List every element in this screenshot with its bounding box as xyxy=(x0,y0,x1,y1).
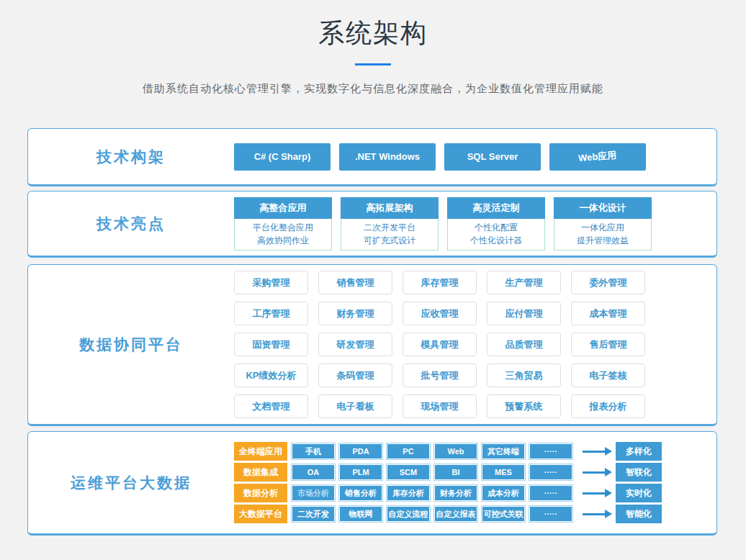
module-chip: 报表分析 xyxy=(571,394,645,418)
bigdata-cell: OA xyxy=(292,464,335,480)
bigdata-cell-ellipsis: ····· xyxy=(529,443,572,459)
module-chip: 应收管理 xyxy=(403,302,477,325)
highlight-card-line: 个性化设计器 xyxy=(448,234,544,247)
module-chip: 生产管理 xyxy=(487,271,561,294)
module-chip: 预警系统 xyxy=(487,394,561,418)
module-chip: 委外管理 xyxy=(571,271,645,294)
highlight-card-line: 高效协同作业 xyxy=(235,234,331,247)
module-chip: 条码管理 xyxy=(318,363,392,387)
bigdata-cell: 可控式关联 xyxy=(482,506,525,522)
bigdata-cell: 二次开发 xyxy=(292,506,335,522)
bigdata-rows: 全终端应用 手机 PDA PC Web 其它终端 ····· 多样化 数据集成 … xyxy=(234,432,716,533)
highlight-card-line: 平台化整合应用 xyxy=(235,221,331,234)
highlight-card-integration: 高整合应用 平台化整合应用 高效协同作业 xyxy=(234,197,332,250)
highlight-card-flexibility: 高灵活定制 个性化配置 个性化设计器 xyxy=(447,197,545,250)
bigdata-row-integration: 数据集成 OA PLM SCM BI MES ····· 智联化 xyxy=(234,463,662,482)
highlight-card-line: 一体化应用 xyxy=(554,221,651,234)
section-bigdata: 运维平台大数据 全终端应用 手机 PDA PC Web 其它终端 ····· 多… xyxy=(27,431,717,536)
highlight-cards: 高整合应用 平台化整合应用 高效协同作业 高拓展架构 二次开发平台 可扩充式设计… xyxy=(234,191,716,256)
highlight-card-line: 二次开发平台 xyxy=(341,221,438,234)
arrow-right-icon xyxy=(583,471,606,474)
page: 系统架构 借助系统自动化核心管理引擎，实现数字化与信息化深度融合，为企业数值化管… xyxy=(0,0,746,560)
page-title: 系统架构 xyxy=(0,0,746,51)
module-chip: 成本管理 xyxy=(571,302,645,325)
highlight-card-extensibility: 高拓展架构 二次开发平台 可扩充式设计 xyxy=(341,197,439,250)
bigdata-result: 实时化 xyxy=(616,484,662,502)
highlight-card-line: 个性化配置 xyxy=(448,221,544,234)
bigdata-cell: Web xyxy=(434,443,477,459)
arrow-right-icon xyxy=(583,451,606,453)
bigdata-cell: PDA xyxy=(339,443,382,459)
highlight-card-line: 提升管理效益 xyxy=(554,234,651,247)
bigdata-row-tag: 数据分析 xyxy=(234,484,287,502)
highlight-card-title: 高整合应用 xyxy=(234,197,332,219)
highlight-card-allinone: 一体化设计 一体化应用 提升管理效益 xyxy=(554,197,652,250)
module-chip: 应付管理 xyxy=(487,302,561,325)
bigdata-cell: PC xyxy=(387,443,430,459)
module-chip: 固资管理 xyxy=(234,333,308,356)
module-chip: KP绩效分析 xyxy=(234,363,308,387)
tech-button-web-label: Web应用 xyxy=(578,148,618,165)
module-chip: 文档管理 xyxy=(234,394,308,418)
bigdata-row-tag: 大数据平台 xyxy=(234,505,287,523)
tech-button-web: Web应用 xyxy=(549,143,646,171)
bigdata-row-tag: 全终端应用 xyxy=(234,442,287,461)
section-tech-stack: 技术构架 C# (C Sharp) .NET Windows SQL Serve… xyxy=(27,128,717,186)
bigdata-result: 智能化 xyxy=(616,505,662,523)
highlight-card-line: 可扩充式设计 xyxy=(341,234,438,247)
bigdata-cell: 库存分析 xyxy=(387,485,430,501)
bigdata-cell: PLM xyxy=(339,464,382,480)
module-chip: 三角贸易 xyxy=(487,363,561,387)
bigdata-cell: 物联网 xyxy=(339,506,382,522)
arrow-right-icon xyxy=(583,513,606,515)
tech-stack-buttons: C# (C Sharp) .NET Windows SQL Server Web… xyxy=(234,129,716,184)
bigdata-result: 多样化 xyxy=(616,442,662,461)
highlight-card-title: 高灵活定制 xyxy=(447,197,545,219)
bigdata-cell-ellipsis: ····· xyxy=(529,464,572,480)
tech-button-csharp: C# (C Sharp) xyxy=(234,143,331,171)
module-chip: 品质管理 xyxy=(487,333,561,356)
section-tech-stack-label: 技术构架 xyxy=(28,129,234,184)
bigdata-cell: BI xyxy=(434,464,477,480)
module-chip: 财务管理 xyxy=(318,302,392,325)
module-chip: 工序管理 xyxy=(234,302,308,325)
bigdata-cell: 其它终端 xyxy=(482,443,525,459)
bigdata-result: 智联化 xyxy=(616,463,662,482)
page-subtitle: 借助系统自动化核心管理引擎，实现数字化与信息化深度融合，为企业数值化管理应用赋能 xyxy=(0,82,746,96)
module-chip: 现场管理 xyxy=(403,394,477,418)
bigdata-cell: 财务分析 xyxy=(434,485,477,501)
bigdata-row-tag: 数据集成 xyxy=(234,463,287,482)
section-highlights-label: 技术亮点 xyxy=(28,191,234,256)
section-platform: 数据协同平台 采购管理 销售管理 库存管理 生产管理 委外管理 工序管理 财务管… xyxy=(27,264,717,426)
highlight-card-body: 平台化整合应用 高效协同作业 xyxy=(234,219,332,250)
section-platform-label: 数据协同平台 xyxy=(28,265,234,424)
module-chip: 研发管理 xyxy=(318,333,392,356)
bigdata-cell: SCM xyxy=(387,464,430,480)
bigdata-cell: 销售分析 xyxy=(339,485,382,501)
bigdata-cell-ellipsis: ····· xyxy=(529,485,572,501)
module-chip: 售后管理 xyxy=(571,333,645,356)
highlight-card-body: 一体化应用 提升管理效益 xyxy=(554,219,652,250)
bigdata-cell-ellipsis: ····· xyxy=(529,506,572,522)
bigdata-cell: 市场分析 xyxy=(292,485,335,501)
tech-button-dotnet: .NET Windows xyxy=(339,143,436,171)
module-chip: 批号管理 xyxy=(403,363,477,387)
bigdata-cell: 成本分析 xyxy=(482,485,525,501)
module-chip: 库存管理 xyxy=(403,271,477,294)
module-grid: 采购管理 销售管理 库存管理 生产管理 委外管理 工序管理 财务管理 应收管理 … xyxy=(234,271,645,418)
bigdata-cell: MES xyxy=(482,464,525,480)
bigdata-cell: 自定义流程 xyxy=(387,506,430,522)
bigdata-row-analysis: 数据分析 市场分析 销售分析 库存分析 财务分析 成本分析 ····· 实时化 xyxy=(234,484,662,502)
bigdata-row-terminals: 全终端应用 手机 PDA PC Web 其它终端 ····· 多样化 xyxy=(234,442,662,461)
section-highlights: 技术亮点 高整合应用 平台化整合应用 高效协同作业 高拓展架构 二次开发平台 可… xyxy=(27,191,717,258)
bigdata-cell: 手机 xyxy=(292,443,335,459)
highlight-card-title: 一体化设计 xyxy=(554,197,652,219)
highlight-card-title: 高拓展架构 xyxy=(341,197,439,219)
highlight-card-body: 二次开发平台 可扩充式设计 xyxy=(341,219,439,250)
bigdata-row-platform: 大数据平台 二次开发 物联网 自定义流程 自定义报表 可控式关联 ····· 智… xyxy=(234,505,662,523)
module-chip: 模具管理 xyxy=(403,333,477,356)
highlight-card-body: 个性化配置 个性化设计器 xyxy=(447,219,545,250)
section-bigdata-label: 运维平台大数据 xyxy=(28,432,234,533)
module-chip: 采购管理 xyxy=(234,271,308,294)
arrow-right-icon xyxy=(583,492,606,494)
